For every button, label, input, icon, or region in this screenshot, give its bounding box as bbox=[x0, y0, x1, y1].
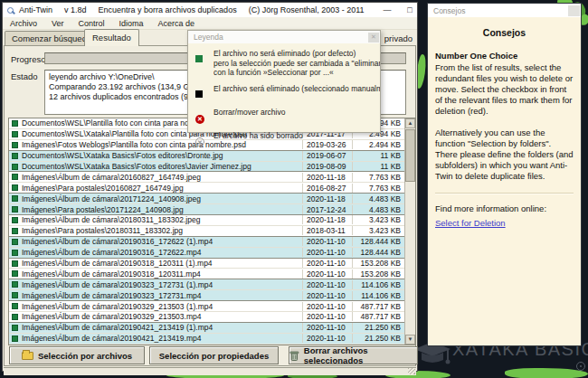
file-date: 2020-11-10 bbox=[302, 334, 352, 343]
file-path: Imágenes\Álbum de cámara\20190316_172622… bbox=[22, 248, 302, 257]
deleted-file-icon: ✕ bbox=[195, 137, 204, 146]
legend-title: Leyenda bbox=[194, 33, 223, 42]
privado-label: privado bbox=[384, 33, 413, 43]
keep-checkbox-icon[interactable] bbox=[12, 131, 18, 137]
keep-checkbox-icon[interactable] bbox=[12, 314, 18, 320]
table-row[interactable]: Imágenes\Para postales\20160827_164749.j… bbox=[9, 183, 404, 194]
table-row[interactable]: Imágenes\Álbum de cámara\20180311_183302… bbox=[9, 215, 404, 226]
file-date: 2020-11-18 bbox=[302, 194, 352, 203]
file-size: 114.106 KB bbox=[352, 291, 404, 300]
legend-item: El archivo será eliminado (seleccionado … bbox=[195, 84, 380, 101]
table-row[interactable]: Imágenes\Para postales\20171224_140908.j… bbox=[9, 204, 404, 215]
file-size: 11 KB bbox=[352, 151, 404, 160]
legend-item: El archivo no será eliminado (por defect… bbox=[195, 49, 380, 78]
file-path: Imágenes\Álbum de cámara\20190318_120311… bbox=[22, 259, 302, 268]
table-row[interactable]: Documentos\WSL\Xataka Basics\Fotos edito… bbox=[9, 162, 404, 173]
scroll-up-icon[interactable]: ▲ bbox=[405, 118, 415, 128]
delete-selected-button[interactable]: Borrar archivos seleccionados bbox=[289, 346, 418, 364]
keep-checkbox-icon[interactable] bbox=[12, 184, 18, 191]
app-version: v 1.8d bbox=[64, 5, 87, 14]
keep-checkbox-icon[interactable] bbox=[12, 217, 18, 223]
file-size: 7.763 KB bbox=[352, 184, 404, 193]
scrollbar-thumb[interactable] bbox=[405, 129, 415, 182]
file-size: 7.763 KB bbox=[352, 173, 404, 182]
status-bar bbox=[4, 367, 416, 375]
keep-checkbox-icon[interactable] bbox=[12, 228, 18, 234]
select-by-files-button[interactable]: Selección por archivos bbox=[9, 346, 145, 364]
keep-checkbox-icon[interactable] bbox=[12, 164, 18, 170]
table-row[interactable]: Imágenes\Álbum de cámara\20190421_213419… bbox=[9, 323, 404, 334]
tips-section-title: Number One Choice bbox=[435, 51, 574, 61]
resize-grip[interactable] bbox=[408, 368, 415, 374]
keep-checkbox-icon[interactable] bbox=[12, 303, 18, 309]
keep-checkbox-icon[interactable] bbox=[12, 335, 18, 342]
table-row[interactable]: Imágenes\Álbum de cámara\20190323_172731… bbox=[9, 279, 404, 290]
table-row[interactable]: Documentos\WSL\Xataka Basics\Fotos edito… bbox=[9, 151, 404, 162]
menu-item-archivo[interactable]: Archivo bbox=[3, 19, 44, 28]
menu-item-control[interactable]: Control bbox=[71, 19, 112, 28]
keep-checkbox-icon[interactable] bbox=[12, 270, 18, 277]
table-row[interactable]: Imágenes\Para postales\20180311_183302.j… bbox=[9, 226, 404, 237]
app-subtitle: Encuentra y borra archivos duplicados bbox=[99, 5, 237, 14]
file-path: Imágenes\Álbum de cámara\20180311_183302… bbox=[22, 215, 302, 224]
table-row[interactable]: Imágenes\Álbum de cámara\20190329_213503… bbox=[9, 301, 404, 312]
keep-checkbox-icon[interactable] bbox=[12, 153, 18, 159]
keep-checkbox-icon[interactable] bbox=[12, 206, 18, 213]
keep-checkbox-icon[interactable] bbox=[12, 281, 18, 288]
table-row[interactable]: Imágenes\Álbum de cámara\20190318_120311… bbox=[9, 259, 404, 269]
table-row[interactable]: Imágenes\Álbum de cámara\20190421_213419… bbox=[9, 334, 404, 345]
file-path: Imágenes\Álbum de cámara\20190421_213419… bbox=[22, 323, 302, 332]
tips-window: Consejos Consejos Number One Choice From… bbox=[427, 3, 582, 346]
keep-checkbox-icon[interactable] bbox=[12, 142, 18, 148]
delete-selected-label: Borrar archivos seleccionados bbox=[304, 345, 417, 365]
duplicate-files-table: Documentos\WSL\Plantilla foto con cinta … bbox=[8, 118, 416, 345]
legend-item-text: pero la selección puede ser cambiada a "… bbox=[213, 59, 380, 69]
file-date: 2020-11-10 bbox=[302, 291, 352, 300]
minimize-button[interactable]: — bbox=[376, 3, 399, 17]
tips-paragraph-2: Alternatively you can use the function "… bbox=[435, 128, 574, 182]
legend-item-text: El archivo no será eliminado (por defect… bbox=[213, 49, 380, 59]
table-row[interactable]: Imágenes\Álbum de cámara\20190329_213503… bbox=[9, 312, 404, 323]
file-path: Imágenes\Álbum de cámara\20190316_172622… bbox=[22, 237, 302, 246]
file-size: 11 KB bbox=[352, 162, 404, 171]
table-row[interactable]: Imágenes\Álbum de cámara\20190316_172622… bbox=[9, 237, 404, 248]
table-row[interactable]: Imágenes\Álbum de cámara\20190323_172731… bbox=[9, 290, 404, 301]
select-for-deletion-link[interactable]: Select for Deletion bbox=[435, 218, 506, 228]
legend-item-text: Borrar/mover archivo bbox=[213, 108, 380, 118]
keep-checkbox-icon[interactable] bbox=[12, 325, 18, 331]
legend-item-text: El archivo será eliminado (seleccionado … bbox=[213, 84, 380, 94]
keep-checkbox-icon[interactable] bbox=[12, 260, 18, 267]
table-row[interactable]: Imágenes\Álbum de cámara\20190316_172622… bbox=[9, 248, 404, 259]
keep-checkbox-icon[interactable] bbox=[12, 195, 18, 202]
maximize-button[interactable]: □ bbox=[399, 3, 422, 17]
tips-window-title: Consejos bbox=[433, 6, 465, 15]
file-date: 2019-08-09 bbox=[302, 162, 352, 171]
keep-checkbox-icon[interactable] bbox=[12, 120, 18, 127]
legend-item-text: El archivo ha sido borrado bbox=[213, 131, 380, 141]
table-row[interactable]: Imágenes\Álbum de cámara\20160827_164749… bbox=[9, 172, 404, 183]
tips-paragraph-1: From the list of results, select the red… bbox=[435, 62, 574, 117]
menu-item-acerca-de[interactable]: Acerca de bbox=[151, 19, 203, 28]
file-date: 2020-11-10 bbox=[302, 302, 352, 311]
vertical-scrollbar[interactable]: ▲ ▼ bbox=[404, 118, 415, 345]
file-date: 2020-11-10 bbox=[302, 248, 352, 257]
keep-checkbox-icon[interactable] bbox=[12, 250, 18, 256]
file-table-body: Documentos\WSL\Plantilla foto con cinta … bbox=[9, 118, 404, 345]
tab-resultado[interactable]: Resultado bbox=[84, 29, 139, 46]
progress-label: Progreso bbox=[11, 54, 46, 64]
keep-checkbox-icon[interactable] bbox=[12, 292, 18, 298]
menu-item-idioma[interactable]: Idioma bbox=[112, 19, 151, 28]
file-size: 487.717 KB bbox=[352, 312, 404, 321]
menu-item-ver[interactable]: Ver bbox=[44, 19, 71, 28]
select-by-properties-button[interactable]: Selección por propiedades bbox=[149, 346, 279, 364]
tips-close-button[interactable] bbox=[568, 5, 580, 16]
file-path: Imágenes\Para postales\20180311_183302.j… bbox=[22, 226, 302, 235]
keep-checkbox-icon[interactable] bbox=[12, 174, 18, 180]
table-row[interactable]: Imágenes\Álbum de cámara\20190318_120311… bbox=[9, 269, 404, 279]
legend-close-button[interactable]: ✕ bbox=[368, 33, 379, 43]
file-date: 2020-11-10 bbox=[302, 323, 352, 332]
file-path: Imágenes\Álbum de cámara\20190329_213503… bbox=[22, 312, 302, 321]
table-row[interactable]: Imágenes\Álbum de cámara\20171224_140908… bbox=[9, 194, 404, 204]
scroll-down-icon[interactable]: ▼ bbox=[405, 335, 415, 345]
keep-checkbox-icon[interactable] bbox=[12, 239, 18, 245]
